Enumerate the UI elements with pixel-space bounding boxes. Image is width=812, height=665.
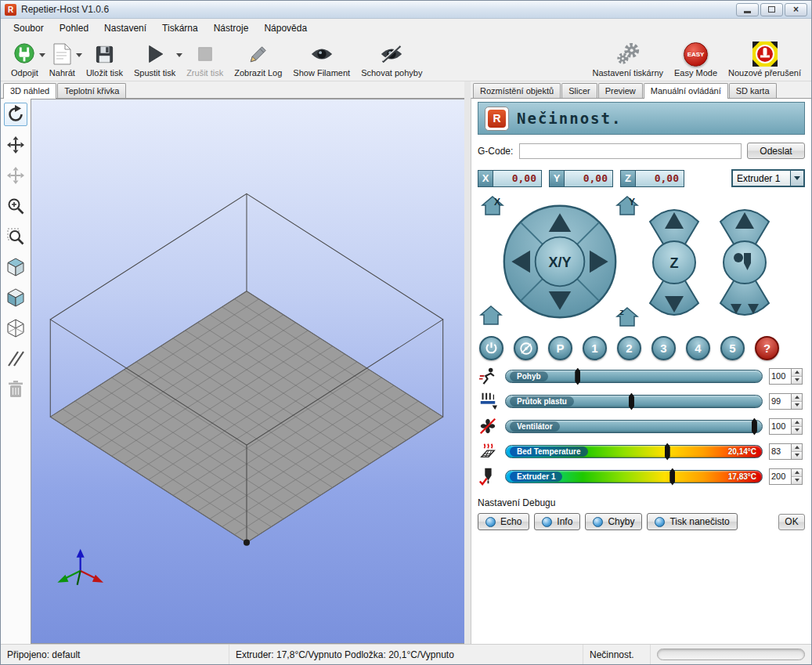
- minimize-button[interactable]: [736, 3, 759, 16]
- maximize-icon: [768, 6, 775, 13]
- spinner[interactable]: [792, 368, 803, 385]
- zoom-fit-icon: [6, 227, 25, 246]
- svg-text:X: X: [494, 197, 500, 208]
- zoom-fit-button[interactable]: [4, 225, 27, 248]
- slider-thumb[interactable]: [669, 468, 675, 486]
- tab-manualni-ovladani[interactable]: Manuální ovládání: [644, 83, 728, 99]
- view-front-button[interactable]: [4, 286, 27, 309]
- view-isometric-button[interactable]: [4, 255, 27, 279]
- emergency-stop-button[interactable]: Nouzové přerušení: [723, 39, 807, 78]
- fan-slider[interactable]: Ventilátor: [505, 420, 763, 433]
- save-print-button[interactable]: Uložit tisk: [81, 39, 128, 78]
- trash-icon: [7, 380, 24, 399]
- spinner[interactable]: [792, 393, 803, 410]
- show-filament-button[interactable]: Show Filament: [287, 39, 355, 78]
- toolbar: Odpojit Nahrát Uložit tisk Spustit tisk: [1, 38, 811, 81]
- document-icon: [49, 42, 74, 67]
- view-wireframe-button[interactable]: [4, 316, 27, 340]
- xy-jog-pad[interactable]: X/Y: [501, 203, 619, 320]
- close-button[interactable]: ×: [785, 3, 807, 16]
- printer-status-text: Nečinnost.: [517, 110, 622, 127]
- tab-slicer[interactable]: Slicer: [561, 83, 597, 98]
- gcode-input[interactable]: [519, 143, 742, 159]
- ok-button[interactable]: OK: [778, 514, 805, 530]
- extruder-select[interactable]: Extruder 1: [731, 169, 805, 187]
- zoom-in-button[interactable]: [4, 194, 27, 218]
- svg-text:Y: Y: [629, 197, 635, 208]
- speed-icon: [478, 366, 498, 386]
- quick-buttons-row: P 1 2 3 4 5 ?: [478, 336, 805, 360]
- radio-icon: [542, 517, 552, 527]
- printer-settings-button[interactable]: Nastavení tiskárny: [587, 39, 669, 78]
- tab-rozmisteni-objektu[interactable]: Rozmístění objektů: [473, 83, 561, 98]
- preset-2-button[interactable]: 2: [617, 336, 641, 360]
- spinner[interactable]: [792, 418, 803, 435]
- svg-text:Z: Z: [670, 255, 679, 271]
- preset-4-button[interactable]: 4: [686, 336, 710, 360]
- power-icon: [485, 342, 498, 355]
- menu-nastroje[interactable]: Nástroje: [206, 20, 257, 37]
- tab-sd-karta[interactable]: SD karta: [729, 83, 777, 98]
- menu-napoveda[interactable]: Nápověda: [256, 20, 315, 37]
- menu-soubor[interactable]: Soubor: [5, 20, 52, 37]
- home-all-button[interactable]: [479, 305, 503, 326]
- power-button[interactable]: [479, 336, 503, 360]
- tab-3d-nahled[interactable]: 3D náhled: [3, 83, 56, 99]
- preset-3-button[interactable]: 3: [651, 336, 676, 360]
- repetier-host-window: R Repetier-Host V1.0.6 × Soubor Pohled N…: [0, 0, 812, 665]
- 3d-viewport[interactable]: [31, 99, 464, 644]
- spinner[interactable]: [792, 468, 803, 485]
- print-progress-bar: [657, 649, 805, 660]
- extruder-jog-control[interactable]: [714, 197, 775, 328]
- view-tool-strip: [1, 99, 31, 644]
- speed-slider[interactable]: Pohyb: [505, 370, 763, 383]
- debug-dry-run-button[interactable]: Tisk nanečisto: [647, 513, 737, 530]
- preset-5-button[interactable]: 5: [720, 336, 745, 360]
- panel-splitter[interactable]: [464, 81, 471, 644]
- slider-thumb[interactable]: [752, 418, 757, 436]
- flow-slider[interactable]: Průtok plastu: [505, 395, 763, 408]
- temperature-status: Extruder: 17,8°C/Vypnuto Podložka: 20,1°…: [229, 645, 583, 664]
- slider-thumb[interactable]: [665, 443, 670, 461]
- home-z-button[interactable]: z: [615, 306, 639, 327]
- floppy-icon: [92, 42, 117, 67]
- debug-echo-button[interactable]: Echo: [478, 513, 529, 530]
- tab-preview[interactable]: Preview: [598, 83, 643, 98]
- start-print-button[interactable]: Spustit tisk: [128, 39, 181, 78]
- menu-pohled[interactable]: Pohled: [52, 20, 96, 37]
- easy-mode-button[interactable]: EASY Easy Mode: [669, 39, 723, 78]
- rotate-view-button[interactable]: [4, 103, 27, 126]
- debug-info-button[interactable]: Info: [534, 513, 580, 530]
- show-log-button[interactable]: Zobrazit Log: [229, 39, 287, 78]
- maximize-button[interactable]: [760, 3, 783, 16]
- delete-object-button: [4, 378, 27, 401]
- svg-text:X/Y: X/Y: [548, 255, 571, 270]
- preset-1-button[interactable]: 1: [583, 336, 607, 360]
- home-y-button[interactable]: Y: [615, 195, 639, 216]
- chevron-down-icon[interactable]: [790, 171, 803, 186]
- load-button[interactable]: Nahrát: [44, 39, 81, 78]
- menu-tiskarna[interactable]: Tiskárna: [154, 20, 206, 37]
- titlebar[interactable]: R Repetier-Host V1.0.6 ×: [1, 1, 811, 19]
- fan-toggle-button[interactable]: [514, 336, 538, 360]
- hide-travel-button[interactable]: Schovat pohyby: [355, 39, 428, 78]
- tab-teplotni-krivka[interactable]: Teplotní křivka: [57, 83, 126, 98]
- extruder-temp-icon: [478, 466, 498, 486]
- right-tabs: Rozmístění objektů Slicer Preview Manuál…: [471, 81, 811, 98]
- move-viewpoint-button[interactable]: [4, 164, 27, 187]
- send-button[interactable]: Odeslat: [747, 143, 805, 159]
- slider-thumb[interactable]: [629, 393, 634, 410]
- z-jog-control[interactable]: Z: [644, 197, 705, 328]
- parallel-projection-button[interactable]: [4, 347, 27, 370]
- bed-temp-slider[interactable]: Bed Temperature 20,14°C: [505, 445, 763, 458]
- park-button[interactable]: P: [548, 336, 572, 360]
- disconnect-button[interactable]: Odpojit: [5, 39, 44, 78]
- menu-nastaveni[interactable]: Nastavení: [96, 20, 154, 37]
- help-button[interactable]: ?: [755, 336, 779, 360]
- spinner[interactable]: [792, 443, 803, 460]
- stop-icon: [193, 42, 218, 67]
- slider-thumb[interactable]: [575, 368, 580, 385]
- extruder-temp-slider[interactable]: Extruder 1 17,83°C: [505, 470, 763, 483]
- debug-errors-button[interactable]: Chyby: [585, 513, 642, 530]
- move-object-button[interactable]: [4, 133, 27, 157]
